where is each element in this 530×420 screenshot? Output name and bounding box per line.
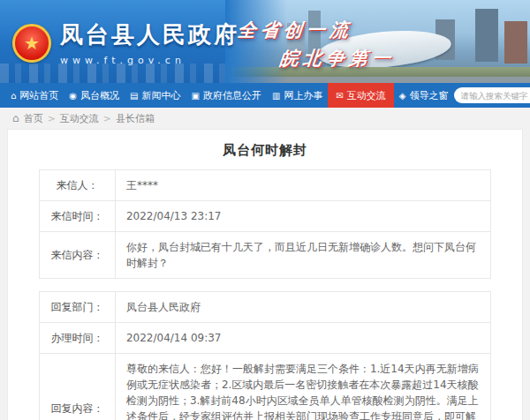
breadcrumb-interaction[interactable]: 互动交流 bbox=[60, 112, 99, 125]
nav-item-home[interactable]: ⌂ 网站首页 bbox=[5, 83, 64, 108]
breadcrumb: ⌂ 首页 > 互动交流 > 县长信箱 bbox=[0, 108, 530, 129]
news-icon: ▤ bbox=[130, 91, 138, 101]
field-value: 凤台县人民政府 bbox=[115, 292, 490, 323]
main-nav: ⌂ 网站首页 ◉ 凤台概况 ▤ 新闻中心 ▣ 政府信息公开 ▥ 网上办事 ✉ 互… bbox=[0, 83, 530, 108]
nav-item-label: 凤台概况 bbox=[80, 89, 119, 102]
slogan-line1: 全省创一流 bbox=[237, 18, 354, 42]
breadcrumb-home-icon: ⌂ bbox=[12, 112, 19, 124]
building bbox=[504, 21, 527, 64]
field-value: 尊敬的来信人：您好！一般解封需要满足三个条件：1.近14天内再无新增病例或无症状… bbox=[115, 354, 490, 420]
nav-item-label: 政府信息公开 bbox=[203, 89, 261, 102]
nav-item-gov-info[interactable]: ▣ 政府信息公开 bbox=[186, 83, 267, 108]
field-value: 2022/04/14 09:37 bbox=[115, 323, 490, 354]
site-header: ★ 凤台县人民政府 www.ft.gov.cn 全省创一流 皖北争第一 bbox=[0, 0, 530, 83]
field-value: 你好，凤台封城已有十几天了，而且近几日无新增确诊人数。想问下凤台何时解封？ bbox=[115, 232, 490, 279]
breadcrumb-mailbox: 县长信箱 bbox=[116, 112, 155, 125]
field-label: 来信人： bbox=[39, 170, 115, 201]
nav-item-label: 新闻中心 bbox=[142, 89, 181, 102]
overview-icon: ◉ bbox=[69, 91, 77, 101]
page: ★ 凤台县人民政府 www.ft.gov.cn 全省创一流 皖北争第一 ⌂ 网站… bbox=[0, 0, 530, 420]
nav-item-interaction[interactable]: ✉ 互动交流 bbox=[328, 83, 393, 108]
field-value: 2022/04/13 23:17 bbox=[115, 201, 490, 232]
site-url: www.ft.gov.cn bbox=[60, 55, 239, 66]
letter-title: 凤台何时解封 bbox=[8, 142, 522, 159]
document-icon: ▣ bbox=[192, 91, 200, 101]
breadcrumb-home[interactable]: 首页 bbox=[24, 112, 43, 125]
search-area: 搜 索 bbox=[454, 86, 530, 104]
field-value: 王**** bbox=[115, 170, 490, 201]
field-label: 来信内容： bbox=[39, 232, 115, 279]
reply-row-department: 回复部门： 凤台县人民政府 bbox=[39, 292, 490, 323]
reply-table: 回复部门： 凤台县人民政府 办理时间： 2022/04/14 09:37 回复内… bbox=[39, 291, 491, 420]
leaders-icon: ◈ bbox=[399, 91, 406, 101]
nav-item-online-services[interactable]: ▥ 网上办事 bbox=[267, 83, 328, 108]
site-title: 凤台县人民政府 bbox=[60, 19, 239, 50]
letter-row-time: 来信时间： 2022/04/13 23:17 bbox=[39, 201, 490, 232]
field-label: 办理时间： bbox=[39, 323, 115, 354]
site-identity: ★ 凤台县人民政府 www.ft.gov.cn bbox=[12, 19, 239, 66]
search-input[interactable] bbox=[454, 87, 530, 103]
breadcrumb-separator: > bbox=[103, 113, 111, 124]
content-card: 凤台何时解封 来信人： 王**** 来信时间： 2022/04/13 23:17… bbox=[7, 129, 523, 420]
reply-row-content: 回复内容： 尊敬的来信人：您好！一般解封需要满足三个条件：1.近14天内再无新增… bbox=[39, 354, 490, 420]
letter-table: 来信人： 王**** 来信时间： 2022/04/13 23:17 来信内容： … bbox=[39, 169, 491, 279]
nav-item-news[interactable]: ▤ 新闻中心 bbox=[125, 83, 186, 108]
field-label: 回复内容： bbox=[39, 354, 115, 420]
services-icon: ▥ bbox=[272, 91, 280, 101]
home-icon: ⌂ bbox=[11, 91, 16, 101]
field-label: 回复部门： bbox=[39, 292, 115, 323]
site-titles: 凤台县人民政府 www.ft.gov.cn bbox=[60, 19, 239, 66]
skyline-silhouette bbox=[0, 64, 234, 83]
building bbox=[475, 9, 498, 62]
letter-row-sender: 来信人： 王**** bbox=[39, 170, 490, 201]
nav-item-label: 领导之窗 bbox=[410, 89, 449, 102]
nav-item-leaders[interactable]: ◈ 领导之窗 bbox=[394, 83, 454, 108]
national-emblem-icon: ★ bbox=[12, 24, 51, 63]
slogan-line2: 皖北争第一 bbox=[279, 46, 397, 71]
nav-item-overview[interactable]: ◉ 凤台概况 bbox=[64, 83, 125, 108]
field-label: 来信时间： bbox=[39, 201, 115, 232]
mail-icon: ✉ bbox=[336, 91, 343, 101]
letter-row-content: 来信内容： 你好，凤台封城已有十几天了，而且近几日无新增确诊人数。想问下凤台何时… bbox=[39, 232, 490, 279]
breadcrumb-separator: > bbox=[48, 113, 56, 124]
header-photo: 全省创一流 皖北争第一 bbox=[225, 0, 530, 83]
nav-item-label: 网上办事 bbox=[284, 89, 322, 102]
nav-item-label: 网站首页 bbox=[19, 89, 58, 102]
reply-row-time: 办理时间： 2022/04/14 09:37 bbox=[39, 323, 490, 354]
nav-item-label: 互动交流 bbox=[347, 89, 386, 102]
